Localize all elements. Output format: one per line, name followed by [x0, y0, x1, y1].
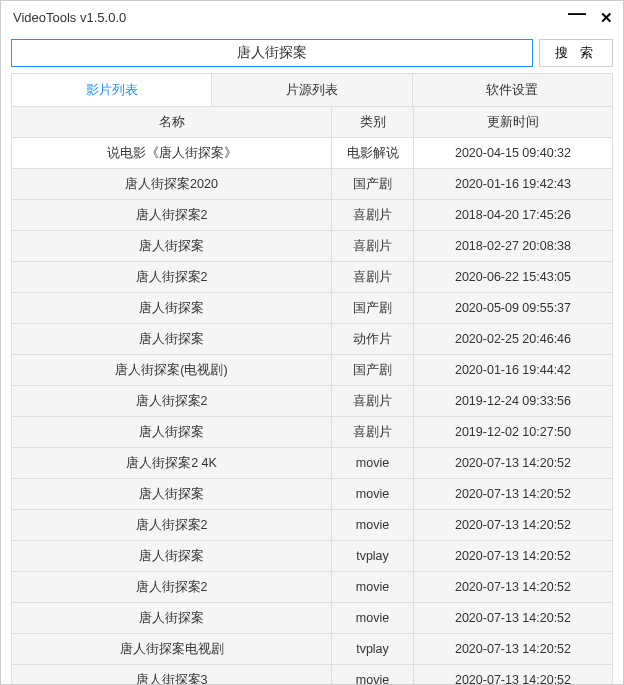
- cell-category: 喜剧片: [332, 200, 414, 230]
- cell-name: 唐人街探案电视剧: [12, 634, 332, 664]
- cell-name: 唐人街探案: [12, 541, 332, 571]
- cell-updated: 2018-04-20 17:45:26: [414, 200, 612, 230]
- cell-name: 唐人街探案(电视剧): [12, 355, 332, 385]
- table-row[interactable]: 唐人街探案3movie2020-07-13 14:20:52: [12, 665, 612, 685]
- cell-category: 国产剧: [332, 293, 414, 323]
- window-controls: — ✕: [568, 8, 613, 26]
- cell-updated: 2020-07-13 14:20:52: [414, 634, 612, 664]
- cell-updated: 2018-02-27 20:08:38: [414, 231, 612, 261]
- cell-name: 唐人街探案: [12, 603, 332, 633]
- cell-updated: 2020-01-16 19:42:43: [414, 169, 612, 199]
- cell-updated: 2020-07-13 14:20:52: [414, 448, 612, 478]
- cell-name: 说电影《唐人街探案》: [12, 138, 332, 168]
- cell-category: 电影解说: [332, 138, 414, 168]
- tab-0[interactable]: 影片列表: [12, 74, 212, 106]
- search-button[interactable]: 搜 索: [539, 39, 613, 67]
- cell-category: 喜剧片: [332, 231, 414, 261]
- table-row[interactable]: 唐人街探案2喜剧片2019-12-24 09:33:56: [12, 386, 612, 417]
- table-row[interactable]: 唐人街探案movie2020-07-13 14:20:52: [12, 603, 612, 634]
- table-row[interactable]: 唐人街探案movie2020-07-13 14:20:52: [12, 479, 612, 510]
- table-row[interactable]: 唐人街探案喜剧片2019-12-02 10:27:50: [12, 417, 612, 448]
- cell-updated: 2019-12-02 10:27:50: [414, 417, 612, 447]
- header-category[interactable]: 类别: [332, 107, 414, 137]
- cell-name: 唐人街探案2: [12, 572, 332, 602]
- cell-category: 喜剧片: [332, 417, 414, 447]
- window-title: VideoTools v1.5.0.0: [13, 10, 126, 25]
- cell-updated: 2020-01-16 19:44:42: [414, 355, 612, 385]
- table-row[interactable]: 唐人街探案tvplay2020-07-13 14:20:52: [12, 541, 612, 572]
- cell-name: 唐人街探案: [12, 231, 332, 261]
- cell-updated: 2020-02-25 20:46:46: [414, 324, 612, 354]
- cell-updated: 2020-07-13 14:20:52: [414, 510, 612, 540]
- cell-category: 国产剧: [332, 169, 414, 199]
- cell-category: movie: [332, 510, 414, 540]
- table-row[interactable]: 唐人街探案2movie2020-07-13 14:20:52: [12, 510, 612, 541]
- table-row[interactable]: 唐人街探案2movie2020-07-13 14:20:52: [12, 572, 612, 603]
- cell-updated: 2019-12-24 09:33:56: [414, 386, 612, 416]
- cell-name: 唐人街探案2: [12, 386, 332, 416]
- cell-updated: 2020-04-15 09:40:32: [414, 138, 612, 168]
- search-row: 搜 索: [1, 33, 623, 73]
- titlebar: VideoTools v1.5.0.0 — ✕: [1, 1, 623, 33]
- table-body[interactable]: 说电影《唐人街探案》电影解说2020-04-15 09:40:32唐人街探案20…: [12, 138, 612, 685]
- search-input[interactable]: [11, 39, 533, 67]
- table-row[interactable]: 说电影《唐人街探案》电影解说2020-04-15 09:40:32: [12, 138, 612, 169]
- cell-name: 唐人街探案2: [12, 200, 332, 230]
- table-row[interactable]: 唐人街探案2喜剧片2018-04-20 17:45:26: [12, 200, 612, 231]
- table-row[interactable]: 唐人街探案2020国产剧2020-01-16 19:42:43: [12, 169, 612, 200]
- cell-category: tvplay: [332, 634, 414, 664]
- table-row[interactable]: 唐人街探案动作片2020-02-25 20:46:46: [12, 324, 612, 355]
- header-name[interactable]: 名称: [12, 107, 332, 137]
- table-row[interactable]: 唐人街探案电视剧tvplay2020-07-13 14:20:52: [12, 634, 612, 665]
- minimize-button[interactable]: —: [568, 4, 586, 22]
- cell-category: 动作片: [332, 324, 414, 354]
- cell-name: 唐人街探案2: [12, 262, 332, 292]
- cell-name: 唐人街探案2 4K: [12, 448, 332, 478]
- tab-1[interactable]: 片源列表: [212, 74, 412, 106]
- cell-updated: 2020-07-13 14:20:52: [414, 603, 612, 633]
- cell-updated: 2020-07-13 14:20:52: [414, 665, 612, 685]
- cell-updated: 2020-07-13 14:20:52: [414, 541, 612, 571]
- table: 名称 类别 更新时间 说电影《唐人街探案》电影解说2020-04-15 09:4…: [11, 106, 613, 685]
- table-row[interactable]: 唐人街探案喜剧片2018-02-27 20:08:38: [12, 231, 612, 262]
- cell-category: movie: [332, 572, 414, 602]
- tab-2[interactable]: 软件设置: [413, 74, 612, 106]
- cell-name: 唐人街探案: [12, 293, 332, 323]
- table-row[interactable]: 唐人街探案国产剧2020-05-09 09:55:37: [12, 293, 612, 324]
- cell-updated: 2020-05-09 09:55:37: [414, 293, 612, 323]
- cell-name: 唐人街探案: [12, 417, 332, 447]
- cell-category: 国产剧: [332, 355, 414, 385]
- cell-category: movie: [332, 479, 414, 509]
- table-header: 名称 类别 更新时间: [12, 107, 612, 138]
- cell-category: tvplay: [332, 541, 414, 571]
- cell-name: 唐人街探案2: [12, 510, 332, 540]
- cell-category: movie: [332, 665, 414, 685]
- cell-category: 喜剧片: [332, 386, 414, 416]
- cell-category: 喜剧片: [332, 262, 414, 292]
- table-row[interactable]: 唐人街探案2喜剧片2020-06-22 15:43:05: [12, 262, 612, 293]
- cell-updated: 2020-07-13 14:20:52: [414, 572, 612, 602]
- cell-category: movie: [332, 448, 414, 478]
- cell-name: 唐人街探案2020: [12, 169, 332, 199]
- cell-category: movie: [332, 603, 414, 633]
- table-row[interactable]: 唐人街探案(电视剧)国产剧2020-01-16 19:44:42: [12, 355, 612, 386]
- cell-updated: 2020-06-22 15:43:05: [414, 262, 612, 292]
- table-row[interactable]: 唐人街探案2 4Kmovie2020-07-13 14:20:52: [12, 448, 612, 479]
- tabs: 影片列表片源列表软件设置: [11, 73, 613, 106]
- cell-name: 唐人街探案3: [12, 665, 332, 685]
- cell-name: 唐人街探案: [12, 324, 332, 354]
- close-button[interactable]: ✕: [600, 10, 613, 25]
- cell-name: 唐人街探案: [12, 479, 332, 509]
- cell-updated: 2020-07-13 14:20:52: [414, 479, 612, 509]
- header-updated[interactable]: 更新时间: [414, 107, 612, 137]
